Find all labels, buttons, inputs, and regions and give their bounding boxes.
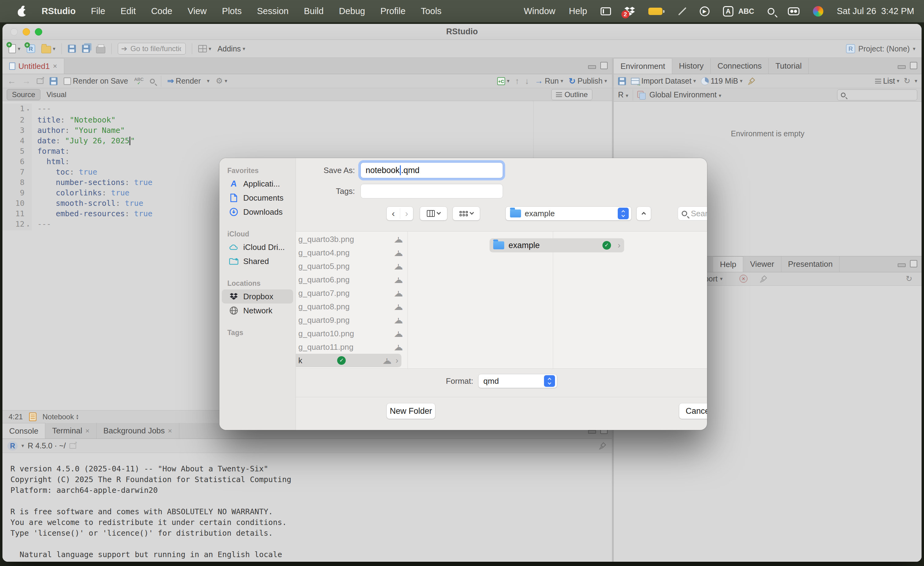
console-popout-icon[interactable]	[69, 443, 76, 449]
cancel-button[interactable]: Cancel	[679, 403, 707, 419]
save-document-icon[interactable]	[50, 77, 57, 85]
open-file-button[interactable]: ▾	[41, 44, 56, 53]
new-folder-button[interactable]: New Folder	[386, 403, 435, 419]
checkbox-icon[interactable]	[64, 77, 71, 85]
run-button[interactable]: →Run▾	[534, 76, 563, 86]
maximize-pane-icon[interactable]	[910, 62, 917, 69]
list-view-button[interactable]: List▾	[875, 77, 899, 86]
control-center-icon[interactable]	[788, 8, 800, 15]
refresh-options-caret[interactable]: ▾	[915, 78, 917, 84]
minimize-pane-icon[interactable]	[898, 65, 906, 69]
menu-window[interactable]: Window	[524, 6, 555, 16]
tab-console[interactable]: Console	[3, 423, 45, 439]
workspace-panes-button[interactable]: ▾	[198, 45, 212, 53]
find-replace-icon[interactable]	[150, 79, 155, 84]
tab-presentation[interactable]: Presentation	[782, 256, 840, 272]
menu-file[interactable]: File	[91, 6, 105, 16]
menu-debug[interactable]: Debug	[339, 6, 365, 16]
file-row[interactable]: g_quarto7.png☁	[296, 286, 408, 300]
close-tab-icon[interactable]: ×	[86, 427, 90, 435]
minimize-pane-icon[interactable]	[898, 263, 906, 267]
location-dropdown[interactable]: example	[506, 206, 632, 221]
input-source-label[interactable]: ABC	[738, 7, 754, 16]
global-environment-selector[interactable]: Global Environment ▾	[650, 90, 722, 99]
addins-button[interactable]: Addins▾	[218, 44, 245, 53]
tab-environment[interactable]: Environment	[614, 58, 672, 74]
environment-search-box[interactable]	[837, 89, 917, 101]
new-project-button[interactable]: R+	[27, 44, 35, 53]
battery-icon[interactable]	[648, 8, 662, 15]
file-row[interactable]: g_quarto8.png☁	[296, 300, 408, 313]
print-button[interactable]	[96, 44, 105, 53]
dialog-search-box[interactable]	[678, 206, 707, 221]
run-next-icon[interactable]: ↓	[525, 76, 529, 86]
document-options-button[interactable]: ⚙▾	[216, 76, 227, 86]
spotlight-icon[interactable]	[768, 8, 774, 15]
clear-console-icon[interactable]	[598, 442, 607, 450]
group-view-button[interactable]	[453, 206, 480, 221]
back-button[interactable]: ‹	[387, 208, 400, 219]
goto-file-function-box[interactable]: ➔	[118, 43, 186, 54]
sidebar-item-applicati[interactable]: AApplicati...	[222, 177, 293, 191]
dropbox-menu-icon[interactable]: 2	[624, 7, 635, 16]
display-icon[interactable]	[601, 8, 611, 15]
r-language-selector[interactable]: R ▾	[618, 90, 628, 99]
tags-input[interactable]	[360, 184, 503, 199]
popout-icon[interactable]	[37, 78, 44, 84]
project-menu-button[interactable]: R Project: (None)▾	[846, 44, 915, 53]
save-button[interactable]	[68, 45, 76, 53]
tab-history[interactable]: History	[672, 58, 711, 74]
new-file-button[interactable]: +▾	[9, 44, 21, 53]
console-output[interactable]: R version 4.5.0 (2025-04-11) -- "How Abo…	[3, 453, 612, 560]
clear-viewer-icon[interactable]	[759, 275, 768, 283]
column-view-button[interactable]	[420, 206, 447, 221]
minimize-pane-icon[interactable]	[588, 430, 596, 434]
menu-view[interactable]: View	[188, 6, 207, 16]
tab-untitled1[interactable]: Untitled1 ×	[3, 58, 64, 74]
menu-session[interactable]: Session	[257, 6, 288, 16]
memory-usage-button[interactable]: 119 MiB▾	[701, 77, 742, 86]
render-button[interactable]: ⇒Render	[167, 76, 201, 86]
menu-help[interactable]: Help	[569, 6, 587, 16]
environment-search-input[interactable]	[848, 90, 910, 99]
file-row[interactable]: g_quarto6.png☁	[296, 273, 408, 286]
publish-button[interactable]: ↻Publish▾	[569, 76, 607, 86]
tab-background-jobs[interactable]: Background Jobs ×	[97, 423, 179, 439]
tab-tutorial[interactable]: Tutorial	[769, 58, 808, 74]
save-as-input[interactable]: notebook.qmd	[360, 162, 503, 178]
menu-bar-clock[interactable]: Sat Jul 26 3:42 PM	[837, 6, 914, 16]
forward-icon[interactable]: →	[22, 76, 31, 86]
current-folder-row[interactable]: k✓☁›	[296, 354, 401, 367]
menu-plots[interactable]: Plots	[222, 6, 242, 16]
menu-profile[interactable]: Profile	[380, 6, 405, 16]
minimize-pane-icon[interactable]	[588, 65, 596, 69]
code-line[interactable]: 4date: "July 26, 2025"	[3, 135, 612, 146]
forward-button[interactable]: ›	[400, 208, 413, 219]
window-titlebar[interactable]: RStudio	[3, 24, 921, 40]
file-row[interactable]: g_quarto10.png☁	[296, 327, 408, 340]
menu-rstudio[interactable]: RStudio	[42, 6, 76, 16]
close-tab-icon[interactable]: ×	[168, 427, 172, 435]
refresh-icon[interactable]: ↻	[904, 76, 910, 86]
back-icon[interactable]: ←	[8, 76, 16, 86]
format-dropdown[interactable]: qmd	[478, 374, 557, 388]
tab-terminal[interactable]: Terminal ×	[45, 423, 96, 439]
selected-folder-row[interactable]: example ✓ ›	[489, 238, 624, 252]
insert-chunk-button[interactable]: +C▾	[497, 77, 510, 85]
goto-file-function-input[interactable]	[130, 44, 182, 53]
cursor-position[interactable]: 4:21	[9, 412, 23, 421]
menu-code[interactable]: Code	[151, 6, 172, 16]
code-line[interactable]: 1▾---	[3, 104, 612, 115]
menu-tools[interactable]: Tools	[421, 6, 441, 16]
maximize-pane-icon[interactable]	[910, 260, 917, 267]
remove-plot-icon[interactable]: ×	[740, 275, 747, 283]
r-runtime-label[interactable]: R 4.5.0 · ~/	[28, 441, 66, 450]
viewer-refresh-icon[interactable]: ↻	[906, 274, 912, 284]
menu-build[interactable]: Build	[304, 6, 324, 16]
import-dataset-button[interactable]: Import Dataset▾	[631, 77, 696, 86]
code-line[interactable]: 3author: "Your Name"	[3, 125, 612, 135]
stylus-icon[interactable]	[676, 6, 686, 17]
source-mode-button[interactable]: Source	[7, 89, 40, 100]
file-row[interactable]: g_quarto3b.png☁	[296, 232, 408, 246]
save-workspace-icon[interactable]	[618, 77, 626, 85]
